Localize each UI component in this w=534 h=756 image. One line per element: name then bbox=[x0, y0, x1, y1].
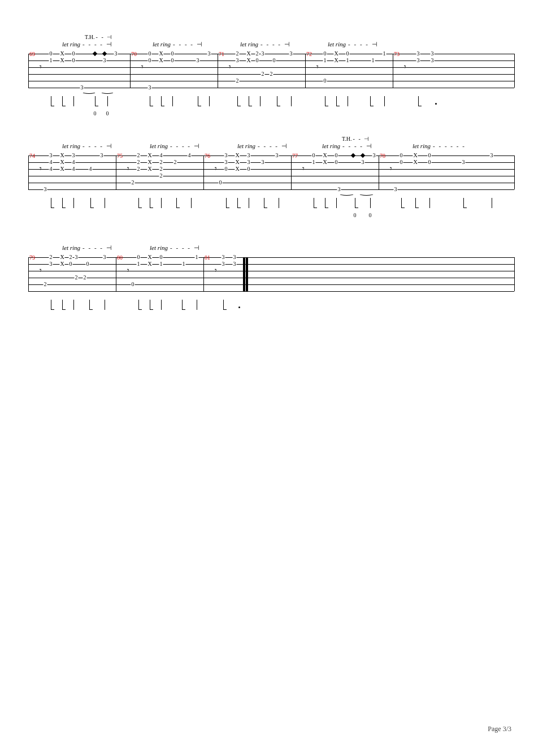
fret-number: X bbox=[59, 261, 64, 267]
fret-number: 3 bbox=[196, 58, 200, 63]
fret-number: 3 bbox=[416, 51, 420, 57]
barline bbox=[203, 155, 204, 189]
fret-number: 2 bbox=[137, 153, 141, 158]
fret-number: 3 bbox=[233, 261, 237, 267]
fret-number: 2 bbox=[137, 166, 141, 172]
staff-line bbox=[28, 176, 514, 176]
rhythm-stem bbox=[62, 198, 63, 208]
fret-number: 3 bbox=[490, 153, 494, 158]
fret-number: 3 bbox=[207, 51, 211, 57]
barline bbox=[116, 257, 116, 291]
tie-arc bbox=[339, 192, 354, 196]
fret-number: 3 bbox=[222, 261, 225, 267]
rhythm-stem bbox=[249, 96, 249, 106]
fret-number: 0 bbox=[335, 159, 338, 165]
fret-number: 3 bbox=[431, 51, 435, 57]
rhythm-stem bbox=[51, 198, 51, 208]
fret-number: 0 bbox=[69, 261, 73, 267]
fret-number: X bbox=[147, 153, 152, 158]
let-ring-label: let ring- - - - ⊣ bbox=[150, 142, 201, 150]
measure-number: 69 bbox=[29, 51, 35, 57]
fret-number: 0 bbox=[72, 58, 76, 63]
staff-line bbox=[28, 162, 514, 163]
rhythm-stem bbox=[150, 300, 150, 310]
measure-number: 77 bbox=[292, 153, 298, 159]
rhythm-stem bbox=[348, 96, 348, 106]
fret-number: X bbox=[59, 254, 64, 260]
fret-number: X bbox=[333, 51, 338, 57]
fret-number: 0 bbox=[49, 51, 53, 57]
fret-number: 2 bbox=[137, 159, 141, 165]
measure-number: 72 bbox=[306, 51, 312, 57]
rhythm-stem bbox=[264, 198, 264, 208]
rhythm-stem bbox=[277, 96, 277, 106]
fret-number: 0 bbox=[224, 166, 228, 172]
barline bbox=[379, 155, 379, 189]
fret-number: 3 bbox=[103, 58, 107, 63]
barline bbox=[28, 155, 29, 189]
staff-line bbox=[28, 278, 514, 278]
staff-line bbox=[28, 54, 514, 54]
staff-line bbox=[28, 291, 514, 292]
fret-number: 1 bbox=[371, 58, 375, 63]
fret-number: 0 bbox=[219, 180, 223, 185]
rhythm-stem bbox=[198, 96, 198, 106]
fret-number: 3 bbox=[49, 261, 53, 267]
fret-number: 0 bbox=[148, 58, 152, 63]
fret-number: 3 bbox=[222, 254, 225, 260]
fret-number: X bbox=[59, 51, 64, 57]
fret-number: X bbox=[158, 51, 163, 57]
rhythm-stem bbox=[279, 198, 279, 208]
barline bbox=[393, 54, 393, 88]
fret-number: X bbox=[147, 254, 152, 260]
measure-number: 79 bbox=[29, 254, 35, 261]
fret-number: 3 bbox=[261, 159, 265, 165]
fret-number: X bbox=[246, 58, 251, 63]
measure-number: 81 bbox=[205, 254, 210, 261]
fret-number: 1 bbox=[323, 58, 327, 63]
fret-number: 3 bbox=[49, 153, 53, 158]
fret-number: 3 bbox=[103, 254, 107, 260]
fret-number: X bbox=[158, 58, 163, 63]
fret-number: 0 bbox=[255, 58, 259, 63]
let-ring-label: let ring- - - - ⊣ bbox=[62, 244, 113, 252]
staff-line bbox=[28, 183, 514, 183]
fret-number: 1 bbox=[49, 58, 53, 63]
barline bbox=[28, 257, 29, 291]
rhythm-stem bbox=[150, 96, 150, 106]
fret-number: 4 bbox=[89, 166, 93, 172]
fret-number: 2 bbox=[83, 275, 87, 280]
fret-number: 0 bbox=[171, 58, 175, 63]
let-ring-label: let ring- - - - ⊣ bbox=[150, 244, 201, 252]
under-stem-number: 0 bbox=[354, 212, 357, 218]
fret-number: 0 bbox=[137, 254, 141, 260]
rhythm-stem bbox=[182, 300, 183, 310]
fret-number: 2 bbox=[270, 71, 273, 77]
fret-number: 2 bbox=[261, 71, 265, 77]
fret-number: 2 bbox=[159, 166, 163, 172]
fret-number: 0 bbox=[86, 261, 90, 267]
fret-number: 1 bbox=[312, 159, 316, 165]
rhythm-stem bbox=[89, 300, 90, 310]
fret-number: X bbox=[235, 159, 240, 165]
fret-number: 1 bbox=[159, 261, 163, 267]
measure-number: 75 bbox=[117, 153, 123, 159]
let-ring-label: let ring- - - - ⊣ bbox=[62, 41, 113, 48]
fret-number: 2 bbox=[49, 254, 53, 260]
fret-number: X bbox=[235, 166, 240, 172]
rhythm-stem bbox=[249, 198, 249, 208]
staff-line bbox=[28, 189, 514, 190]
barline bbox=[514, 54, 515, 88]
fret-number: 3 bbox=[100, 153, 104, 158]
rhythm-stem bbox=[138, 198, 139, 208]
tie-arc bbox=[359, 192, 374, 196]
rhythm-stem bbox=[161, 300, 162, 310]
measure-number: 71 bbox=[219, 51, 224, 57]
staff-line bbox=[28, 257, 514, 258]
rhythm-stem bbox=[105, 198, 105, 208]
let-ring-label: let ring- - - - ⊣ bbox=[240, 41, 291, 48]
rhythm-stem bbox=[209, 96, 210, 106]
fret-number: 1 bbox=[182, 261, 186, 267]
measure-number: 74 bbox=[29, 153, 35, 159]
staff-line bbox=[28, 284, 514, 285]
